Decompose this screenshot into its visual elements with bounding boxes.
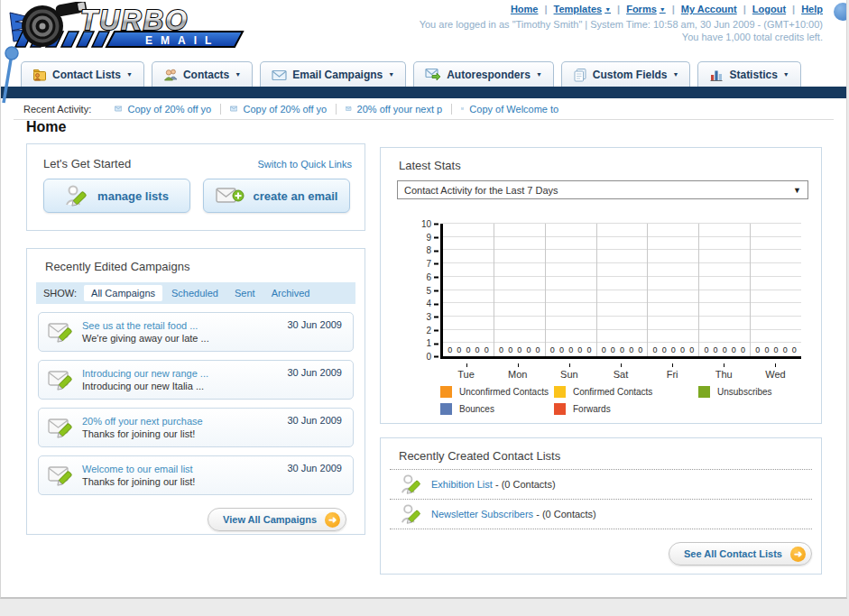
x-axis-tick-label: Sun [543, 363, 595, 380]
tab-label: Contact Lists [52, 69, 121, 81]
filter-all-campaigns[interactable]: All Campaigns [84, 285, 162, 301]
tab-label: Statistics [729, 69, 777, 81]
contact-list-row[interactable]: Exhibition List - (0 Contacts) [381, 470, 821, 499]
data-value-label: 0 [764, 345, 769, 354]
chart-icon [709, 68, 724, 82]
tab-custom-fields[interactable]: Custom Fields ▼ [561, 61, 691, 87]
recent-activity-item[interactable]: 20% off your next p [337, 104, 452, 115]
data-value-label: 0 [662, 345, 667, 354]
data-value-label: 0 [517, 345, 521, 354]
chevron-down-icon: ▼ [604, 6, 611, 13]
nav-link-my-account[interactable]: My Account [681, 4, 737, 14]
chart-day-group: 00000 [596, 224, 648, 356]
nav-separator: | [617, 4, 620, 14]
envelope-pencil-icon [48, 464, 75, 487]
logo-brand-text: TURBO [80, 5, 189, 36]
person-pencil-icon [401, 473, 422, 496]
x-axis-tick-label: Mon [492, 363, 543, 380]
data-value-label: 0 [559, 345, 564, 354]
data-value-label: 0 [448, 345, 452, 354]
stats-period-select[interactable]: Contact Activity for the Last 7 Days ▼ [397, 180, 808, 199]
create-email-button[interactable]: create an email [203, 179, 350, 213]
chevron-down-icon: ▼ [660, 6, 666, 13]
data-value-label: 0 [484, 345, 489, 354]
contact-activity-chart: 00000000000000000000000000000000000 0123… [440, 224, 801, 359]
pages-icon [573, 68, 587, 82]
envelope-icon [230, 104, 237, 114]
nav-separator: | [544, 4, 547, 14]
arrow-right-icon: ➜ [325, 512, 340, 528]
dotted-divider [390, 529, 812, 529]
legend-label: Unconfirmed Contacts [459, 387, 549, 397]
tab-email-campaigns[interactable]: Email Campaigns ▼ [260, 61, 406, 87]
data-value-label: 0 [741, 345, 745, 354]
create-email-label: create an email [254, 189, 338, 203]
contact-list-count: - (0 Contacts) [536, 509, 596, 519]
data-value-label: 0 [620, 345, 624, 354]
legend-item: Confirmed Contacts [554, 386, 698, 398]
manage-lists-button[interactable]: manage lists [43, 179, 190, 213]
y-axis-tick-label: 1 [426, 338, 438, 348]
contact-list-link[interactable]: Newsletter Subscribers [431, 509, 533, 519]
see-all-contact-lists-button[interactable]: See All Contact Lists ➜ [669, 542, 812, 565]
view-all-campaigns-label: View All Campaigns [223, 514, 317, 525]
app-window: TURBO EMAIL Home | Templates▼ | Forms▼ |… [0, 0, 847, 599]
logo-sub-text: EMAIL [145, 34, 219, 47]
see-all-contact-lists-label: See All Contact Lists [684, 548, 782, 559]
data-value-label: 0 [689, 345, 694, 354]
login-info: You are logged in as "Timothy Smith" | S… [420, 18, 823, 43]
y-axis-tick-label: 7 [426, 259, 438, 269]
view-all-campaigns-button[interactable]: View All Campaigns ➜ [208, 508, 346, 531]
filter-archived[interactable]: Archived [264, 285, 318, 301]
nav-link-forms[interactable]: Forms▼ [626, 4, 666, 14]
logo-graphic: TURBO EMAIL [8, 2, 250, 51]
nav-link-help[interactable]: Help [801, 4, 823, 14]
nav-link-templates[interactable]: Templates▼ [554, 4, 612, 14]
data-value-label: 0 [602, 345, 606, 354]
login-line: You are logged in as "Timothy Smith" | S… [420, 18, 823, 31]
tab-autoresponders[interactable]: Autoresponders ▼ [413, 61, 554, 87]
chart-day-group: 00000 [545, 224, 596, 356]
campaign-subtitle: Thanks for joining our list! [82, 475, 344, 488]
chart-x-axis: TueMonSunSatFriThuWed [440, 363, 801, 380]
legend-swatch [554, 386, 566, 398]
envelope-plus-icon [216, 186, 245, 206]
filter-sent[interactable]: Sent [227, 285, 263, 301]
campaign-row[interactable]: 20% off your next purchase Thanks for jo… [38, 408, 354, 447]
recent-contact-lists-panel: Recently Created Contact Lists Exhibitio… [380, 437, 822, 575]
filter-scheduled[interactable]: Scheduled [164, 285, 226, 301]
legend-item: Unsubscribes [698, 386, 772, 398]
tab-contact-lists[interactable]: Contact Lists ▼ [21, 61, 144, 87]
show-label: SHOW: [43, 288, 77, 299]
contact-list-link[interactable]: Exhibition List [431, 479, 493, 490]
data-value-label: 0 [653, 345, 658, 354]
campaign-row[interactable]: See us at the retail food ... We're givi… [38, 312, 354, 352]
campaign-row[interactable]: Welcome to our email list Thanks for joi… [38, 455, 354, 495]
top-nav: Home | Templates▼ | Forms▼ | My Account … [511, 4, 823, 14]
tab-statistics[interactable]: Statistics ▼ [697, 61, 800, 87]
data-value-label: 0 [568, 345, 573, 354]
envelope-pencil-icon [48, 416, 75, 439]
switch-quick-links-link[interactable]: Switch to Quick Links [257, 159, 352, 170]
legend-swatch [554, 403, 566, 415]
recent-activity-item[interactable]: Copy of Welcome to [452, 104, 568, 115]
recent-activity-bar: Recent Activity: Copy of 20% off yo Copy… [1, 98, 846, 119]
tab-contacts[interactable]: Contacts ▼ [152, 61, 253, 87]
envelope-icon [115, 104, 122, 114]
recent-activity-item[interactable]: Copy of 20% off yo [106, 104, 221, 115]
data-value-label: 0 [723, 345, 727, 354]
campaign-row[interactable]: Introducing our new range ... Introducin… [38, 360, 354, 400]
nav-link-logout[interactable]: Logout [752, 4, 786, 14]
recent-activity-item[interactable]: Copy of 20% off yo [221, 104, 337, 115]
contact-list-count: - (0 Contacts) [495, 479, 556, 490]
campaign-list: See us at the retail food ... We're givi… [27, 304, 365, 495]
envelope-pencil-icon [48, 320, 75, 344]
y-axis-tick-label: 6 [426, 271, 438, 281]
envelope-icon [272, 69, 287, 81]
nav-link-home[interactable]: Home [511, 4, 539, 14]
tab-label: Email Campaigns [292, 69, 383, 81]
contact-list-row[interactable]: Newsletter Subscribers - (0 Contacts) [381, 500, 821, 529]
tab-label: Contacts [183, 69, 229, 81]
nav-separator: | [792, 4, 795, 14]
chart-day-group: 00000 [443, 224, 494, 356]
